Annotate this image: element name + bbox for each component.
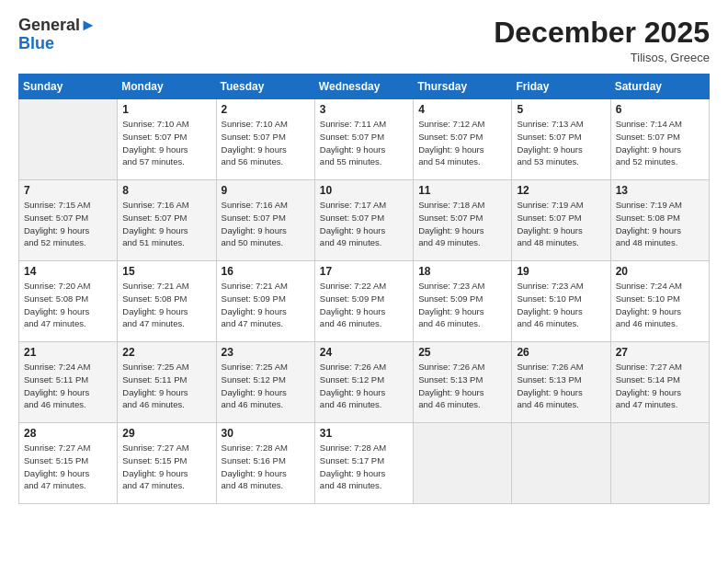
day-info: Sunrise: 7:13 AM Sunset: 5:07 PM Dayligh… bbox=[517, 118, 605, 168]
day-info: Sunrise: 7:15 AM Sunset: 5:07 PM Dayligh… bbox=[24, 199, 112, 249]
day-info: Sunrise: 7:24 AM Sunset: 5:11 PM Dayligh… bbox=[24, 361, 112, 411]
day-number: 25 bbox=[418, 346, 506, 359]
day-cell: 27Sunrise: 7:27 AM Sunset: 5:14 PM Dayli… bbox=[610, 342, 709, 423]
day-cell: 1Sunrise: 7:10 AM Sunset: 5:07 PM Daylig… bbox=[118, 99, 216, 180]
day-number: 11 bbox=[418, 184, 506, 197]
day-info: Sunrise: 7:25 AM Sunset: 5:12 PM Dayligh… bbox=[222, 361, 310, 411]
day-cell: 3Sunrise: 7:11 AM Sunset: 5:07 PM Daylig… bbox=[314, 99, 413, 180]
day-cell: 18Sunrise: 7:23 AM Sunset: 5:09 PM Dayli… bbox=[414, 261, 512, 342]
day-cell: 29Sunrise: 7:27 AM Sunset: 5:15 PM Dayli… bbox=[118, 423, 216, 504]
day-info: Sunrise: 7:19 AM Sunset: 5:07 PM Dayligh… bbox=[517, 199, 605, 249]
day-info: Sunrise: 7:16 AM Sunset: 5:07 PM Dayligh… bbox=[222, 199, 310, 249]
page: General► Blue December 2025 Tilisos, Gre… bbox=[0, 0, 728, 563]
day-info: Sunrise: 7:21 AM Sunset: 5:09 PM Dayligh… bbox=[222, 280, 310, 330]
day-cell bbox=[19, 99, 118, 180]
day-info: Sunrise: 7:27 AM Sunset: 5:14 PM Dayligh… bbox=[616, 361, 704, 411]
day-info: Sunrise: 7:26 AM Sunset: 5:13 PM Dayligh… bbox=[418, 361, 506, 411]
day-number: 10 bbox=[320, 184, 408, 197]
day-info: Sunrise: 7:21 AM Sunset: 5:08 PM Dayligh… bbox=[122, 280, 210, 330]
day-number: 17 bbox=[320, 265, 408, 278]
day-cell bbox=[512, 423, 610, 504]
day-number: 7 bbox=[24, 184, 112, 197]
day-number: 30 bbox=[222, 427, 310, 440]
day-info: Sunrise: 7:28 AM Sunset: 5:16 PM Dayligh… bbox=[222, 442, 310, 492]
calendar-header: Sunday Monday Tuesday Wednesday Thursday… bbox=[19, 75, 710, 99]
day-number: 28 bbox=[24, 427, 112, 440]
day-number: 16 bbox=[222, 265, 310, 278]
day-number: 26 bbox=[517, 346, 605, 359]
day-cell: 12Sunrise: 7:19 AM Sunset: 5:07 PM Dayli… bbox=[512, 180, 610, 261]
day-cell: 14Sunrise: 7:20 AM Sunset: 5:08 PM Dayli… bbox=[19, 261, 118, 342]
day-cell: 11Sunrise: 7:18 AM Sunset: 5:07 PM Dayli… bbox=[414, 180, 512, 261]
week-row-4: 28Sunrise: 7:27 AM Sunset: 5:15 PM Dayli… bbox=[19, 423, 710, 504]
col-tuesday: Tuesday bbox=[216, 75, 314, 99]
day-cell: 8Sunrise: 7:16 AM Sunset: 5:07 PM Daylig… bbox=[118, 180, 216, 261]
day-cell: 22Sunrise: 7:25 AM Sunset: 5:11 PM Dayli… bbox=[118, 342, 216, 423]
day-cell: 17Sunrise: 7:22 AM Sunset: 5:09 PM Dayli… bbox=[314, 261, 413, 342]
day-number: 20 bbox=[616, 265, 704, 278]
day-cell: 21Sunrise: 7:24 AM Sunset: 5:11 PM Dayli… bbox=[19, 342, 118, 423]
logo-blue: Blue bbox=[18, 35, 54, 53]
col-sunday: Sunday bbox=[19, 75, 118, 99]
day-cell: 24Sunrise: 7:26 AM Sunset: 5:12 PM Dayli… bbox=[314, 342, 413, 423]
day-number: 29 bbox=[122, 427, 210, 440]
day-cell: 6Sunrise: 7:14 AM Sunset: 5:07 PM Daylig… bbox=[610, 99, 709, 180]
day-info: Sunrise: 7:11 AM Sunset: 5:07 PM Dayligh… bbox=[320, 118, 408, 168]
day-number: 13 bbox=[616, 184, 704, 197]
location: Tilisos, Greece bbox=[494, 51, 710, 64]
day-number: 31 bbox=[320, 427, 408, 440]
day-cell bbox=[610, 423, 709, 504]
day-cell: 7Sunrise: 7:15 AM Sunset: 5:07 PM Daylig… bbox=[19, 180, 118, 261]
day-cell: 2Sunrise: 7:10 AM Sunset: 5:07 PM Daylig… bbox=[216, 99, 314, 180]
day-cell: 26Sunrise: 7:26 AM Sunset: 5:13 PM Dayli… bbox=[512, 342, 610, 423]
col-thursday: Thursday bbox=[414, 75, 512, 99]
col-monday: Monday bbox=[118, 75, 216, 99]
col-wednesday: Wednesday bbox=[314, 75, 413, 99]
day-number: 9 bbox=[222, 184, 310, 197]
day-number: 27 bbox=[616, 346, 704, 359]
day-info: Sunrise: 7:17 AM Sunset: 5:07 PM Dayligh… bbox=[320, 199, 408, 249]
day-number: 24 bbox=[320, 346, 408, 359]
week-row-3: 21Sunrise: 7:24 AM Sunset: 5:11 PM Dayli… bbox=[19, 342, 710, 423]
logo-icon-arrow: ► bbox=[80, 16, 97, 34]
header: General► Blue December 2025 Tilisos, Gre… bbox=[18, 17, 710, 64]
day-cell: 13Sunrise: 7:19 AM Sunset: 5:08 PM Dayli… bbox=[610, 180, 709, 261]
day-info: Sunrise: 7:25 AM Sunset: 5:11 PM Dayligh… bbox=[122, 361, 210, 411]
day-cell: 31Sunrise: 7:28 AM Sunset: 5:17 PM Dayli… bbox=[314, 423, 413, 504]
day-cell: 23Sunrise: 7:25 AM Sunset: 5:12 PM Dayli… bbox=[216, 342, 314, 423]
day-info: Sunrise: 7:26 AM Sunset: 5:13 PM Dayligh… bbox=[517, 361, 605, 411]
day-cell: 19Sunrise: 7:23 AM Sunset: 5:10 PM Dayli… bbox=[512, 261, 610, 342]
day-info: Sunrise: 7:18 AM Sunset: 5:07 PM Dayligh… bbox=[418, 199, 506, 249]
weekday-row: Sunday Monday Tuesday Wednesday Thursday… bbox=[19, 75, 710, 99]
col-saturday: Saturday bbox=[610, 75, 709, 99]
day-cell: 15Sunrise: 7:21 AM Sunset: 5:08 PM Dayli… bbox=[118, 261, 216, 342]
day-number: 5 bbox=[517, 103, 605, 116]
day-info: Sunrise: 7:19 AM Sunset: 5:08 PM Dayligh… bbox=[616, 199, 704, 249]
day-info: Sunrise: 7:14 AM Sunset: 5:07 PM Dayligh… bbox=[616, 118, 704, 168]
day-cell: 30Sunrise: 7:28 AM Sunset: 5:16 PM Dayli… bbox=[216, 423, 314, 504]
day-cell: 5Sunrise: 7:13 AM Sunset: 5:07 PM Daylig… bbox=[512, 99, 610, 180]
day-info: Sunrise: 7:27 AM Sunset: 5:15 PM Dayligh… bbox=[24, 442, 112, 492]
day-number: 23 bbox=[222, 346, 310, 359]
col-friday: Friday bbox=[512, 75, 610, 99]
logo-general: General bbox=[18, 16, 80, 34]
week-row-2: 14Sunrise: 7:20 AM Sunset: 5:08 PM Dayli… bbox=[19, 261, 710, 342]
day-number: 4 bbox=[418, 103, 506, 116]
day-number: 3 bbox=[320, 103, 408, 116]
day-number: 21 bbox=[24, 346, 112, 359]
day-number: 18 bbox=[418, 265, 506, 278]
logo: General► Blue bbox=[18, 17, 97, 53]
calendar-table: Sunday Monday Tuesday Wednesday Thursday… bbox=[18, 74, 710, 504]
day-number: 15 bbox=[122, 265, 210, 278]
day-number: 8 bbox=[122, 184, 210, 197]
day-number: 22 bbox=[122, 346, 210, 359]
day-info: Sunrise: 7:27 AM Sunset: 5:15 PM Dayligh… bbox=[122, 442, 210, 492]
day-cell: 9Sunrise: 7:16 AM Sunset: 5:07 PM Daylig… bbox=[216, 180, 314, 261]
day-info: Sunrise: 7:10 AM Sunset: 5:07 PM Dayligh… bbox=[222, 118, 310, 168]
day-info: Sunrise: 7:12 AM Sunset: 5:07 PM Dayligh… bbox=[418, 118, 506, 168]
day-cell: 10Sunrise: 7:17 AM Sunset: 5:07 PM Dayli… bbox=[314, 180, 413, 261]
day-info: Sunrise: 7:26 AM Sunset: 5:12 PM Dayligh… bbox=[320, 361, 408, 411]
week-row-1: 7Sunrise: 7:15 AM Sunset: 5:07 PM Daylig… bbox=[19, 180, 710, 261]
day-info: Sunrise: 7:24 AM Sunset: 5:10 PM Dayligh… bbox=[616, 280, 704, 330]
day-number: 14 bbox=[24, 265, 112, 278]
